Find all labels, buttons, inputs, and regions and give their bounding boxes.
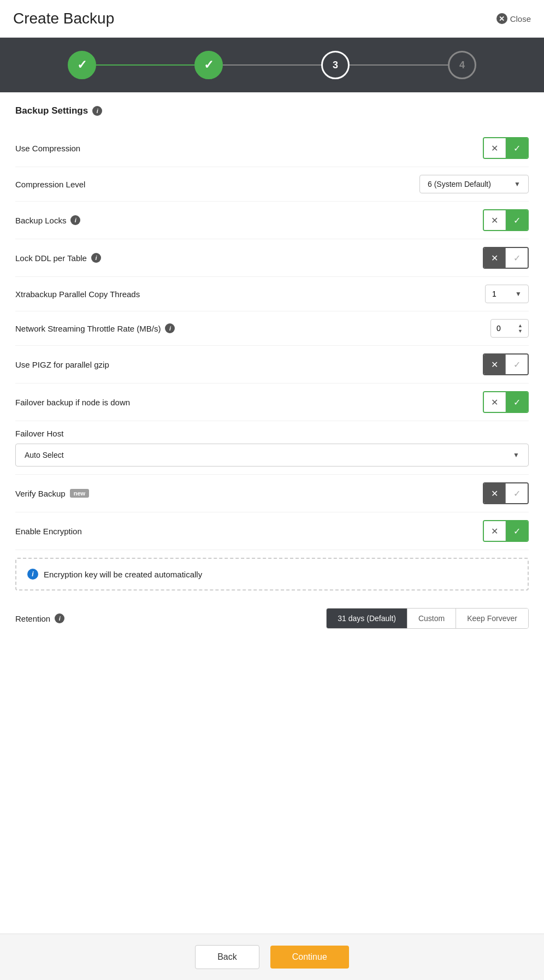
failover-host-dropdown[interactable]: Auto Select ▼ <box>15 444 529 467</box>
enable-encryption-label: Enable Encryption <box>15 527 82 536</box>
step-4-label: 4 <box>459 60 465 71</box>
backup-locks-true-btn[interactable]: ✓ <box>506 210 528 230</box>
use-compression-toggle[interactable]: ✕ ✓ <box>483 137 529 159</box>
failover-backup-label: Failover backup if node is down <box>15 398 130 407</box>
compression-level-row: Compression Level 6 (System Default) ▼ <box>15 167 529 202</box>
use-pigz-row: Use PIGZ for parallel gzip ✕ ✓ <box>15 346 529 383</box>
backup-locks-label: Backup Locks i <box>15 215 80 225</box>
backup-locks-row: Backup Locks i ✕ ✓ <box>15 202 529 239</box>
parallel-threads-label: Xtrabackup Parallel Copy Threads <box>15 290 140 299</box>
use-compression-label: Use Compression <box>15 144 80 153</box>
step-1-icon: ✓ <box>77 58 87 72</box>
lock-ddl-toggle[interactable]: ✕ ✓ <box>483 247 529 269</box>
lock-ddl-row: Lock DDL per Table i ✕ ✓ <box>15 239 529 277</box>
parallel-threads-dropdown[interactable]: 1 ▼ <box>485 285 529 303</box>
failover-backup-true-btn[interactable]: ✓ <box>506 392 528 412</box>
encryption-info-box: i Encryption key will be created automat… <box>15 558 529 591</box>
close-label: Close <box>510 14 531 23</box>
enable-encryption-true-btn[interactable]: ✓ <box>506 521 528 541</box>
verify-backup-label: Verify Backup new <box>15 489 89 498</box>
spinner-up[interactable]: ▲ <box>518 323 523 328</box>
retention-section: Retention i 31 days (Default) Custom Kee… <box>15 598 529 639</box>
failover-host-arrow: ▼ <box>513 451 519 459</box>
encryption-info-text: Encryption key will be created automatic… <box>44 570 202 579</box>
new-badge: new <box>70 489 89 498</box>
spinner-down[interactable]: ▼ <box>518 328 523 334</box>
use-pigz-false-btn[interactable]: ✕ <box>484 355 506 374</box>
compression-level-value: 6 (System Default) <box>428 180 491 188</box>
network-throttle-info-icon[interactable]: i <box>165 323 175 333</box>
retention-info-icon[interactable]: i <box>55 613 64 623</box>
main-content: Backup Settings i Use Compression ✕ ✓ Co… <box>0 92 544 934</box>
compression-level-label: Compression Level <box>15 180 85 189</box>
footer: Back Continue <box>0 934 544 980</box>
step-line-2 <box>223 64 321 66</box>
failover-backup-row: Failover backup if node is down ✕ ✓ <box>15 383 529 421</box>
step-line-3 <box>350 64 448 66</box>
network-throttle-spinners[interactable]: ▲ ▼ <box>518 323 523 334</box>
backup-locks-info-icon[interactable]: i <box>70 215 80 225</box>
section-title-text: Backup Settings <box>15 105 88 116</box>
step-2-icon: ✓ <box>204 58 214 72</box>
verify-backup-toggle[interactable]: ✕ ✓ <box>483 482 529 504</box>
page-header: Create Backup ✕ Close <box>0 0 544 38</box>
compression-level-dropdown[interactable]: 6 (System Default) ▼ <box>419 175 529 193</box>
failover-host-value: Auto Select <box>25 451 64 459</box>
compression-level-arrow: ▼ <box>514 180 521 188</box>
parallel-threads-value: 1 <box>492 290 496 298</box>
use-pigz-label: Use PIGZ for parallel gzip <box>15 360 109 369</box>
retention-tab-default[interactable]: 31 days (Default) <box>327 609 407 628</box>
continue-button[interactable]: Continue <box>270 946 349 969</box>
backup-locks-false-btn[interactable]: ✕ <box>484 210 506 230</box>
enable-encryption-toggle[interactable]: ✕ ✓ <box>483 520 529 542</box>
failover-backup-toggle[interactable]: ✕ ✓ <box>483 391 529 413</box>
retention-label: Retention i <box>15 613 64 623</box>
retention-tab-forever[interactable]: Keep Forvever <box>456 609 528 628</box>
enable-encryption-false-btn[interactable]: ✕ <box>484 521 506 541</box>
step-2[interactable]: ✓ <box>194 51 223 79</box>
retention-tab-custom[interactable]: Custom <box>407 609 456 628</box>
parallel-threads-row: Xtrabackup Parallel Copy Threads 1 ▼ <box>15 277 529 311</box>
network-throttle-label: Network Streaming Throttle Rate (MB/s) i <box>15 323 175 333</box>
lock-ddl-false-btn[interactable]: ✕ <box>484 248 506 268</box>
use-compression-true-btn[interactable]: ✓ <box>506 138 528 158</box>
parallel-threads-arrow: ▼ <box>515 290 522 298</box>
lock-ddl-info-icon[interactable]: i <box>91 253 101 263</box>
stepper: ✓ ✓ 3 4 <box>0 38 544 92</box>
page-title: Create Backup <box>13 10 114 27</box>
verify-backup-true-btn[interactable]: ✓ <box>506 483 528 503</box>
close-icon: ✕ <box>496 13 507 24</box>
step-line-1 <box>96 64 194 66</box>
verify-backup-row: Verify Backup new ✕ ✓ <box>15 475 529 512</box>
step-1[interactable]: ✓ <box>68 51 96 79</box>
failover-host-label: Failover Host <box>15 429 529 438</box>
step-3-label: 3 <box>333 60 338 71</box>
retention-tabs[interactable]: 31 days (Default) Custom Keep Forvever <box>326 608 529 629</box>
use-compression-false-btn[interactable]: ✕ <box>484 138 506 158</box>
verify-backup-false-btn[interactable]: ✕ <box>484 483 506 503</box>
close-button[interactable]: ✕ Close <box>496 13 531 24</box>
network-throttle-value: 0 <box>496 324 501 333</box>
backup-locks-toggle[interactable]: ✕ ✓ <box>483 209 529 231</box>
use-pigz-toggle[interactable]: ✕ ✓ <box>483 353 529 375</box>
failover-host-section: Failover Host Auto Select ▼ <box>15 421 529 475</box>
lock-ddl-true-btn[interactable]: ✓ <box>506 248 528 268</box>
network-throttle-input[interactable]: 0 ▲ ▼ <box>490 319 529 338</box>
section-title: Backup Settings i <box>15 105 529 116</box>
lock-ddl-label: Lock DDL per Table i <box>15 253 101 263</box>
encryption-info-icon: i <box>27 569 38 580</box>
use-pigz-true-btn[interactable]: ✓ <box>506 355 528 374</box>
failover-backup-false-btn[interactable]: ✕ <box>484 392 506 412</box>
back-button[interactable]: Back <box>195 945 259 969</box>
section-info-icon[interactable]: i <box>92 106 102 116</box>
enable-encryption-row: Enable Encryption ✕ ✓ <box>15 512 529 550</box>
step-3[interactable]: 3 <box>321 51 350 79</box>
network-throttle-row: Network Streaming Throttle Rate (MB/s) i… <box>15 311 529 346</box>
step-4[interactable]: 4 <box>448 51 476 79</box>
use-compression-row: Use Compression ✕ ✓ <box>15 129 529 167</box>
